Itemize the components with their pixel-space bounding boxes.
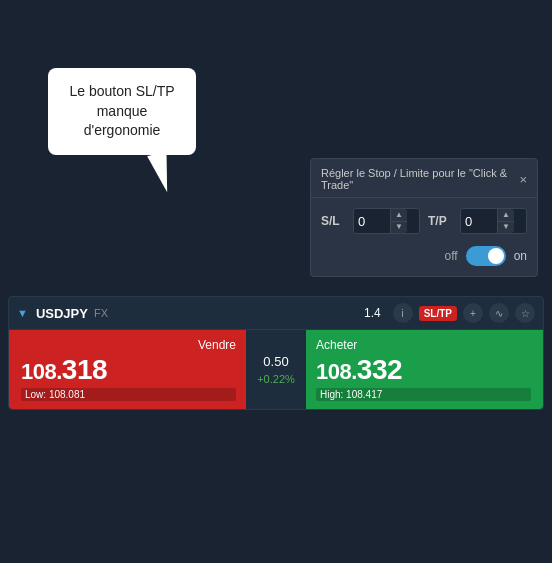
tooltip-text: Le bouton SL/TP manque d'ergonomie <box>69 83 174 138</box>
buy-label: Acheter <box>316 338 531 352</box>
sell-button[interactable]: Vendre 108.318 Low: 108.081 <box>9 330 246 409</box>
sl-down-button[interactable]: ▼ <box>391 222 407 234</box>
sl-spinners: ▲ ▼ <box>390 209 407 233</box>
tp-spinners: ▲ ▼ <box>497 209 514 233</box>
add-icon[interactable]: + <box>463 303 483 323</box>
chevron-icon[interactable]: ▼ <box>17 307 28 319</box>
panel-title: Régler le Stop / Limite pour le "Click &… <box>321 167 519 191</box>
change-value: +0.22% <box>257 373 295 385</box>
toggle-thumb <box>488 248 504 264</box>
trading-header: ▼ USDJPY FX 1.4 i SL/TP + ∿ ☆ <box>9 297 543 330</box>
sell-price-big: 318 <box>62 354 107 385</box>
trading-widget: ▼ USDJPY FX 1.4 i SL/TP + ∿ ☆ Vendre 108… <box>8 296 544 410</box>
tooltip-bubble: Le bouton SL/TP manque d'ergonomie <box>48 68 196 155</box>
sell-low: Low: 108.081 <box>21 388 236 401</box>
buy-price: 108.332 <box>316 354 531 386</box>
trading-icons: i SL/TP + ∿ ☆ <box>393 303 535 323</box>
wave-icon[interactable]: ∿ <box>489 303 509 323</box>
sl-input[interactable] <box>354 214 390 229</box>
sell-price-prefix: 108. <box>21 359 62 384</box>
buy-high: High: 108.417 <box>316 388 531 401</box>
sell-price: 108.318 <box>21 354 236 386</box>
buttons-row: Vendre 108.318 Low: 108.081 0.50 +0.22% … <box>9 330 543 409</box>
toggle-on-label: on <box>514 249 527 263</box>
toggle-row: off on <box>311 242 537 276</box>
panel-header: Régler le Stop / Limite pour le "Click &… <box>311 159 537 198</box>
sltp-panel: Régler le Stop / Limite pour le "Click &… <box>310 158 538 277</box>
toggle-track <box>466 246 506 266</box>
sltp-badge[interactable]: SL/TP <box>419 306 457 321</box>
sl-input-group: ▲ ▼ <box>353 208 420 234</box>
info-icon[interactable]: i <box>393 303 413 323</box>
buy-price-big: 332 <box>357 354 402 385</box>
tp-input-group: ▲ ▼ <box>460 208 527 234</box>
toggle-switch[interactable] <box>466 246 506 266</box>
buy-price-prefix: 108. <box>316 359 357 384</box>
trading-type: FX <box>94 307 108 319</box>
sell-label: Vendre <box>21 338 236 352</box>
star-icon[interactable]: ☆ <box>515 303 535 323</box>
toggle-off-label: off <box>445 249 458 263</box>
sl-up-button[interactable]: ▲ <box>391 209 407 222</box>
spread-value: 0.50 <box>263 354 288 369</box>
sl-label: S/L <box>321 214 345 228</box>
tp-label: T/P <box>428 214 452 228</box>
tp-down-button[interactable]: ▼ <box>498 222 514 234</box>
tp-input[interactable] <box>461 214 497 229</box>
middle-column: 0.50 +0.22% <box>246 330 306 409</box>
trading-spread: 1.4 <box>364 306 381 320</box>
panel-inputs-row: S/L ▲ ▼ T/P ▲ ▼ <box>311 198 537 242</box>
buy-button[interactable]: Acheter 108.332 High: 108.417 <box>306 330 543 409</box>
trading-symbol: USDJPY <box>36 306 88 321</box>
panel-close-button[interactable]: × <box>519 172 527 187</box>
tp-up-button[interactable]: ▲ <box>498 209 514 222</box>
